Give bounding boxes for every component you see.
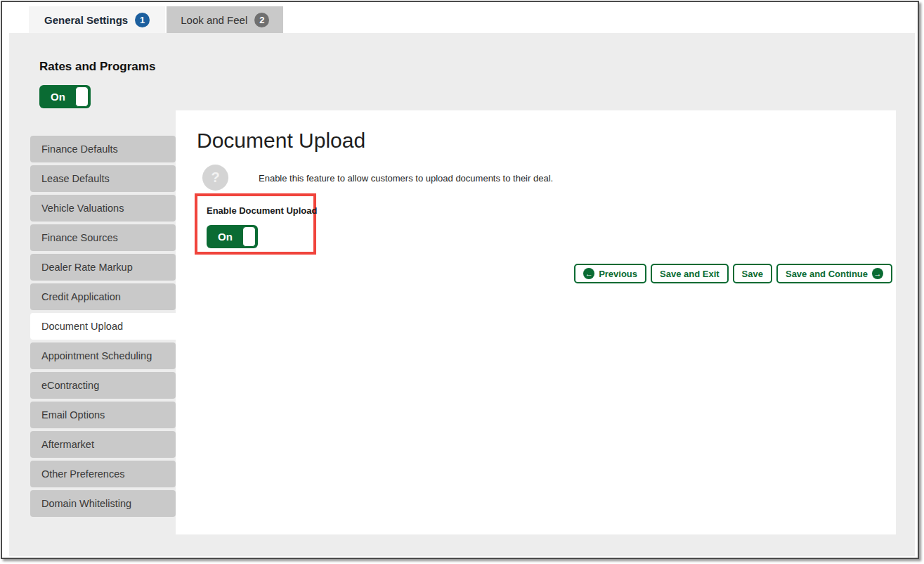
sidebar-item-label: Dealer Rate Markup <box>41 262 133 273</box>
page-title: Document Upload <box>197 129 365 153</box>
sidebar-item-dealer-rate-markup[interactable]: Dealer Rate Markup <box>30 254 176 281</box>
feature-description: Enable this feature to allow customers t… <box>259 173 553 184</box>
save-and-continue-button[interactable]: Save and Continue → <box>776 264 892 283</box>
enable-toggle-knob <box>242 226 256 247</box>
tab-general-settings-label: General Settings <box>44 14 128 26</box>
tab-look-and-feel[interactable]: Look and Feel 2 <box>167 6 283 33</box>
save-and-exit-button[interactable]: Save and Exit <box>651 264 729 283</box>
enable-document-upload-highlight-box: Enable Document Upload On <box>195 193 316 255</box>
sidebar-item-label: Credit Application <box>41 291 121 302</box>
sidebar-item-label: Email Options <box>41 409 105 421</box>
sidebar-item-label: Lease Defaults <box>41 173 110 184</box>
sidebar-item-label: Domain Whitelisting <box>41 498 131 509</box>
sidebar-item-aftermarket[interactable]: Aftermarket <box>30 431 176 458</box>
sidebar-item-label: Vehicle Valuations <box>41 203 124 214</box>
enable-document-upload-toggle[interactable]: On <box>207 225 258 248</box>
sidebar-item-email-options[interactable]: Email Options <box>30 402 176 428</box>
sidebar-item-finance-sources[interactable]: Finance Sources <box>30 224 176 251</box>
settings-sidebar: Finance Defaults Lease Defaults Vehicle … <box>30 136 176 520</box>
tab-look-and-feel-badge: 2 <box>254 13 269 27</box>
tab-general-settings-badge: 1 <box>135 13 150 27</box>
sidebar-item-label: Document Upload <box>41 321 123 332</box>
action-button-row: ← Previous Save and Exit Save Save and C… <box>574 264 892 283</box>
arrow-right-icon: → <box>872 268 883 279</box>
sidebar-item-appointment-scheduling[interactable]: Appointment Scheduling <box>30 342 176 369</box>
sidebar-item-label: Other Preferences <box>41 468 124 480</box>
tab-look-and-feel-label: Look and Feel <box>181 14 247 26</box>
enable-toggle-label: On <box>207 225 244 248</box>
sidebar-item-econtracting[interactable]: eContracting <box>30 372 176 399</box>
sidebar-item-label: Aftermarket <box>41 439 94 450</box>
question-mark-glyph: ? <box>211 169 219 186</box>
sidebar-item-label: Appointment Scheduling <box>41 350 152 361</box>
settings-panel: Rates and Programs On Finance Defaults L… <box>9 33 915 556</box>
sidebar-item-document-upload[interactable]: Document Upload <box>30 313 176 340</box>
previous-button-label: Previous <box>599 269 637 279</box>
rates-and-programs-toggle[interactable]: On <box>39 85 91 108</box>
tab-general-settings[interactable]: General Settings 1 <box>29 6 165 33</box>
sidebar-item-lease-defaults[interactable]: Lease Defaults <box>30 165 176 192</box>
save-and-continue-label: Save and Continue <box>786 269 868 279</box>
save-button[interactable]: Save <box>733 264 772 283</box>
tab-bar: General Settings 1 Look and Feel 2 <box>29 6 283 33</box>
sidebar-item-label: Finance Sources <box>41 232 118 243</box>
sidebar-item-other-preferences[interactable]: Other Preferences <box>30 461 176 487</box>
save-and-exit-label: Save and Exit <box>660 269 720 279</box>
rates-toggle-knob <box>75 86 89 107</box>
rates-toggle-label: On <box>39 85 77 108</box>
arrow-left-icon: ← <box>583 268 594 279</box>
rates-and-programs-heading: Rates and Programs <box>39 60 155 74</box>
sidebar-item-domain-whitelisting[interactable]: Domain Whitelisting <box>30 490 176 517</box>
previous-button[interactable]: ← Previous <box>574 264 646 283</box>
help-icon[interactable]: ? <box>202 165 228 191</box>
sidebar-item-label: Finance Defaults <box>41 143 118 155</box>
sidebar-item-credit-application[interactable]: Credit Application <box>30 283 176 310</box>
document-upload-content: Document Upload ? Enable this feature to… <box>176 110 896 534</box>
enable-document-upload-label: Enable Document Upload <box>207 205 317 216</box>
settings-window: General Settings 1 Look and Feel 2 Rates… <box>1 1 919 559</box>
save-button-label: Save <box>742 269 763 279</box>
sidebar-item-finance-defaults[interactable]: Finance Defaults <box>30 136 176 162</box>
sidebar-item-vehicle-valuations[interactable]: Vehicle Valuations <box>30 195 176 222</box>
sidebar-item-label: eContracting <box>41 380 99 391</box>
